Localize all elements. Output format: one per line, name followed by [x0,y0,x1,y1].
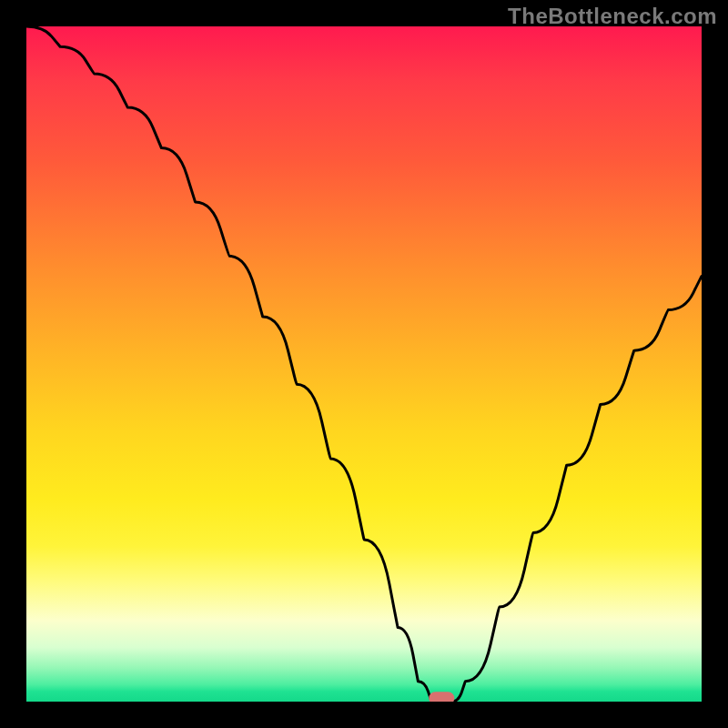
bottleneck-curve [26,26,702,702]
plot-area [26,26,702,702]
chart-frame: TheBottleneck.com [0,0,728,728]
minimum-marker [429,692,454,702]
watermark-text: TheBottleneck.com [508,4,717,29]
curve-layer [26,26,702,702]
